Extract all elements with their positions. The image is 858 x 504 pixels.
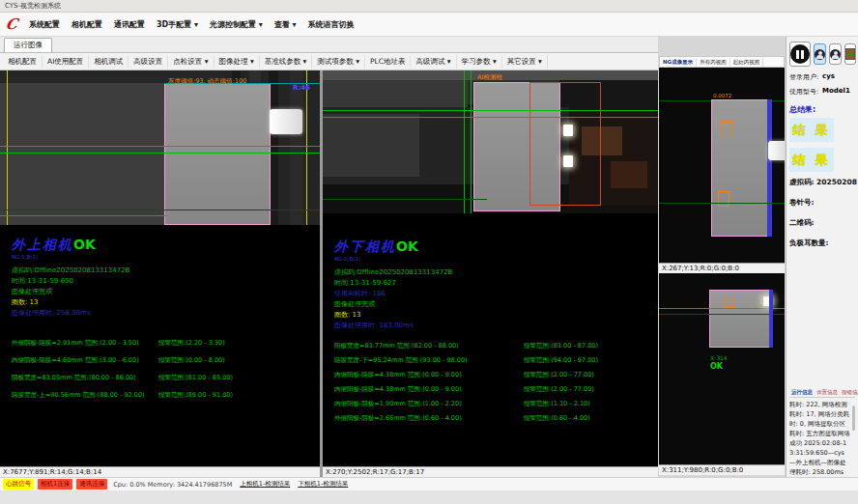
- menu-comm-config[interactable]: 通讯配置: [108, 16, 151, 33]
- green-measure-line: [659, 308, 785, 309]
- measurement-row: 阳极宽度=83.77mm 范围:(82.00 - 88.00)报警范围:(83.…: [334, 339, 658, 353]
- mid-camera-panel: AI检测框 外下相机OK NG:0,B(1) 虚拟码:Offline202502…: [323, 70, 658, 477]
- small-bottom-overlay-ok: OK: [710, 362, 723, 371]
- menu-system-config[interactable]: 系统配置: [23, 16, 66, 33]
- mid-loop-count: 圈数: 13: [334, 310, 658, 321]
- menu-bar: C 系统配置 相机配置 通讯配置 3D手配置 ▾ 光源控制配置 ▾ 查看 ▾ 系…: [0, 13, 858, 37]
- tab-all-views[interactable]: 所有内视图: [697, 58, 730, 67]
- main-content: 运行图像 相机配置 AI使用配置 相机调试 高级设置 点检设置 ▾ 图像处理 ▾…: [0, 37, 858, 477]
- menu-camera-config[interactable]: 相机配置: [66, 16, 108, 33]
- green-measure-line: [0, 215, 166, 216]
- model-value: Model1: [822, 87, 850, 97]
- tool-spotcheck-settings[interactable]: 点检设置 ▾: [168, 55, 214, 69]
- mid-process-done: 图像处理完成: [334, 299, 658, 310]
- status-bar: 心跳信号 相机1连接 通讯连接 Cpu: 0.0% Memory: 3424.4…: [0, 477, 858, 490]
- left-ng-line: NG:0,B(1): [12, 254, 320, 260]
- r-value-overlay: R:46: [293, 84, 310, 92]
- tab-error-info[interactable]: 报错信息: [840, 388, 858, 397]
- green-measure-line: [0, 210, 320, 210]
- specimen-outline: [711, 99, 769, 237]
- small-camera-image-bottom[interactable]: X:314 OK: [659, 273, 785, 464]
- tab-ng-imaging[interactable]: NG成像显示: [660, 58, 697, 67]
- result-box-top: 结 果: [789, 118, 834, 142]
- menu-view[interactable]: 查看 ▾: [269, 16, 302, 33]
- login-user-value: cys: [822, 72, 835, 82]
- tool-camera-config[interactable]: 相机配置: [3, 55, 43, 69]
- user-login-button[interactable]: [814, 43, 826, 65]
- yellow-guide-line: [306, 70, 307, 225]
- left-camera-title: 外上相机: [12, 237, 73, 254]
- tool-advanced-settings[interactable]: 高级设置: [129, 55, 168, 69]
- tool-plc-address-table[interactable]: PLC地址表: [365, 55, 411, 69]
- measurement-row: 内侧阴极-隔膜=4.60mm 范围:(3.00 - 6.00)报警范围:(0.0…: [12, 351, 320, 369]
- blue-edge-strip: [767, 99, 772, 237]
- mid-camera-image[interactable]: AI检测框: [323, 70, 658, 213]
- mid-process-time: 图像处理用时: 183.00ms: [334, 321, 658, 331]
- user-icon: [815, 49, 825, 60]
- specimen-outline: [164, 83, 271, 225]
- green-measure-line: [323, 199, 487, 200]
- tool-baseline-params[interactable]: 基准线参数 ▾: [260, 55, 313, 69]
- tool-camera-debug[interactable]: 相机调试: [89, 55, 129, 69]
- heartbeat-status-badge: 心跳信号: [3, 479, 34, 490]
- window-title: CYS-视觉检测系统: [5, 1, 61, 11]
- mid-time: 时间:13-31-59-627: [334, 278, 658, 289]
- tool-advanced-debug[interactable]: 高级调试 ▾: [411, 55, 456, 69]
- mid-ng-line: NG:0,B(1): [334, 256, 658, 262]
- tool-learning-params[interactable]: 学习参数 ▾: [457, 55, 502, 69]
- measurement-row: 外侧阳极-阴极=2.65mm 范围:(0.60 - 4.00)报警范围:(0.6…: [334, 411, 658, 426]
- left-camera-image[interactable]: 灰度阈值:93, 动态阈值:100 R:46: [0, 70, 320, 225]
- menu-light-config[interactable]: 光源控制配置 ▾: [204, 16, 269, 33]
- small-camera-image-top[interactable]: 0.0072: [659, 68, 785, 263]
- tab-start-views[interactable]: 起始内视图: [730, 58, 764, 67]
- pause-button[interactable]: [789, 42, 811, 67]
- green-measure-line: [0, 146, 320, 147]
- menu-3d-config[interactable]: 3D手配置 ▾: [151, 16, 204, 33]
- menu-language-switch[interactable]: 系统语言切换: [302, 16, 360, 33]
- side-panel: 登录用户: cys 使用型号: Model1 总结果: 结 果 结 果 虚拟码:…: [786, 37, 858, 477]
- small-top-coordinate-bar: X:267;Y:13;R:0;G:0;B:0: [659, 263, 785, 273]
- green-measure-line: [323, 117, 658, 118]
- left-camera-panel: 灰度阈值:93, 动态阈值:100 R:46 外上相机OK NG:0,B(1) …: [0, 70, 320, 477]
- login-user-row: 登录用户: cys: [789, 72, 855, 82]
- green-measure-line: [464, 70, 465, 213]
- left-virtual-code: 虚拟码:Offline2025020813313472B: [12, 266, 320, 276]
- orange-marker-box: [721, 122, 732, 137]
- virtual-code-field: 虚拟码: 20250208: [789, 178, 855, 187]
- app-logo-icon: C: [4, 17, 18, 32]
- small-top-overlay-text: 0.0072: [713, 93, 731, 98]
- green-measure-line: [471, 70, 472, 213]
- mid-camera-title: 外下相机: [334, 238, 396, 256]
- mid-camera-data: 外下相机OK NG:0,B(1) 虚拟码:Offline202502081331…: [323, 213, 658, 466]
- measurement-row: 内侧阳极-隔膜=4.38mm 范围:(0.00 - 9.00)报警范围:(2.0…: [334, 382, 658, 397]
- tab-run-info[interactable]: 运行信息: [789, 388, 815, 397]
- tool-ai-config[interactable]: AI使用配置: [43, 55, 89, 69]
- title-bar: CYS-视觉检测系统: [0, 0, 858, 13]
- small-bottom-overlay-x: X:314: [710, 354, 728, 361]
- white-connector: [768, 141, 785, 160]
- user-icon: [830, 49, 841, 60]
- blue-edge-strip: [769, 290, 773, 348]
- tab-row: 运行图像: [0, 37, 658, 53]
- tab-settings-info[interactable]: 设置信息: [815, 388, 840, 397]
- main-column: 运行图像 相机配置 AI使用配置 相机调试 高级设置 点检设置 ▾ 图像处理 ▾…: [0, 37, 658, 477]
- tool-image-processing[interactable]: 图像处理 ▾: [214, 55, 260, 69]
- upper-camera-result-link[interactable]: 上相机1-检测结果: [240, 480, 290, 489]
- measurement-row: 内侧阳极-阴极=1.90mm 范围:(1.00 - 2.20)报警范围:(1.1…: [334, 397, 658, 411]
- log-scrollbar[interactable]: [852, 406, 855, 431]
- tab-run-image[interactable]: 运行图像: [4, 38, 52, 52]
- green-measure-line: [659, 203, 785, 204]
- mid-camera-result: OK: [396, 238, 418, 254]
- control-buttons: [789, 42, 855, 67]
- tool-test-params[interactable]: 测试项参数 ▾: [312, 55, 365, 69]
- lower-camera-result-link[interactable]: 下相机1-检测结果: [298, 480, 348, 489]
- model-row: 使用型号: Model1: [789, 87, 855, 97]
- left-coordinate-bar: X:7677;Y:891;R:14;G:14;B:14: [0, 466, 320, 477]
- tool-other-settings[interactable]: 其它设置 ▾: [502, 55, 548, 69]
- exit-button[interactable]: [844, 43, 856, 65]
- user-switch-button[interactable]: [829, 43, 842, 65]
- camera-connection-badge: 相机1连接: [38, 479, 72, 490]
- measurement-row: 外侧阴极-隔膜=2.91mm 范围:(2.00 - 3.50)报警范围:(2.2…: [12, 334, 320, 351]
- mid-coordinate-bar: X:270;Y:2502;R:17;G:17;B:17: [323, 466, 658, 477]
- mid-ai-time: 使用AI耗时: 166: [334, 289, 658, 299]
